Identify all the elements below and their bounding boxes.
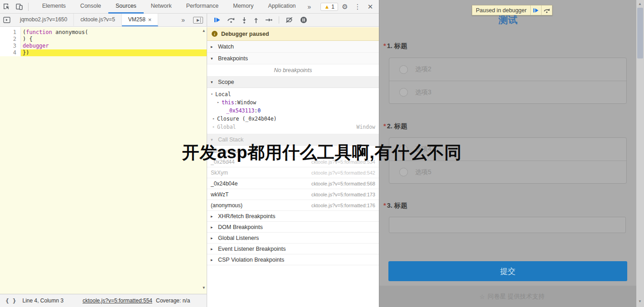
scope-row[interactable]: ▾Local: [207, 90, 379, 98]
file-tab-label: cktoole.js?v=5: [80, 16, 115, 23]
more-panels-chevron-icon[interactable]: »: [303, 3, 316, 10]
breakpoints-section-header[interactable]: ▾ Breakpoints: [207, 53, 379, 64]
text-answer-input[interactable]: [389, 217, 626, 233]
scope-colon: :: [254, 107, 257, 115]
frame-location: cktoole.js?v=5:formatted:176: [311, 203, 375, 208]
line-number[interactable]: 1: [0, 29, 21, 36]
devtools-statusbar: { } Line 4, Column 3 cktoole.js?v=5:form…: [0, 294, 207, 307]
code-line[interactable]: 2) {: [0, 36, 207, 43]
star-icon: ☆: [479, 293, 485, 300]
scope-prop-name: _0x543113: [226, 107, 254, 115]
radio-button[interactable]: [399, 65, 408, 74]
scope-row[interactable]: ▸Closure (_0x24b04e): [207, 115, 379, 123]
section-global-listeners[interactable]: ▸Global Listeners: [207, 233, 379, 244]
source-location-link[interactable]: cktoole.js?v=5:formatted:554: [82, 297, 152, 304]
line-number[interactable]: 2: [0, 36, 21, 43]
question-label: *1. 标题: [383, 42, 407, 50]
debugger-sidebar: i Debugger paused ▸ Watch ▾ Breakpoints …: [207, 27, 379, 307]
file-tab-label: VM258: [128, 16, 145, 23]
scope-row[interactable]: ▸this: Window: [207, 98, 379, 107]
inspect-element-icon[interactable]: [0, 1, 13, 13]
scope-label: Scope: [218, 79, 234, 85]
section-dom-breakpoints[interactable]: ▸DOM Breakpoints: [207, 222, 379, 233]
step-button[interactable]: [265, 17, 272, 23]
frame-location: cktoole.js?v=5:formatted:568: [311, 181, 375, 186]
debugger-paused-label: Debugger paused: [221, 31, 269, 37]
tab-console[interactable]: Console: [73, 0, 108, 14]
tab-network[interactable]: Network: [144, 0, 179, 14]
radio-button[interactable]: [399, 168, 408, 176]
section-event-listener-breakpoints[interactable]: ▸Event Listener Breakpoints: [207, 244, 379, 254]
deactivate-breakpoints-button[interactable]: [286, 17, 294, 23]
section-xhr-fetch-breakpoints[interactable]: ▸XHR/fetch Breakpoints: [207, 211, 379, 222]
close-tab-icon[interactable]: ×: [148, 16, 152, 23]
chevron-down-icon: ▾: [211, 90, 215, 98]
scope-row[interactable]: ▸GlobalWindow: [207, 123, 379, 131]
code-line[interactable]: 3debugger: [0, 43, 207, 49]
pause-on-exceptions-button[interactable]: [300, 16, 307, 24]
code-editor[interactable]: 1(function anonymous(2) {3debugger4}) ▲ …: [0, 27, 207, 294]
file-tab-label: jqmobo2.js?v=1650: [20, 16, 67, 23]
radio-button[interactable]: [399, 88, 408, 97]
execution-line[interactable]: 4}): [0, 49, 207, 56]
overlay-headline-text: 开发asp都用什么工具啊,有什么不同: [182, 141, 462, 164]
radio-option[interactable]: 选项2: [389, 58, 626, 81]
frame-function-name: _0x24b04e: [211, 180, 237, 187]
scroll-up-icon[interactable]: ▲: [638, 2, 642, 6]
call-stack-frame[interactable]: SkXymcktoole.js?v=5:formatted:542: [207, 167, 379, 178]
chevron-right-icon: ▸: [213, 123, 217, 131]
file-tab[interactable]: cktoole.js?v=5: [74, 14, 121, 26]
debugger-controls-toolbar: [207, 14, 379, 27]
debugger-paused-banner: i Debugger paused: [207, 27, 379, 41]
page-scrollbar[interactable]: ▲ ▼: [636, 0, 644, 307]
call-stack-frame[interactable]: wkWzTcktoole.js?v=5:formatted:173: [207, 189, 379, 200]
step-over-button[interactable]: [227, 17, 235, 23]
line-number[interactable]: 3: [0, 43, 21, 49]
kebab-menu-icon[interactable]: ⋮: [352, 1, 363, 13]
file-tab[interactable]: VM258×: [122, 14, 159, 26]
frame-location: cktoole.js?v=5:formatted:173: [311, 192, 375, 197]
chevron-right-icon: ▸: [211, 225, 215, 229]
toolbar-separator: [279, 16, 279, 24]
device-toolbar-icon[interactable]: [13, 1, 25, 13]
chevron-right-icon: ▸: [211, 44, 215, 49]
call-stack-frame[interactable]: _0x24b04ecktoole.js?v=5:formatted:568: [207, 178, 379, 189]
watch-section-header[interactable]: ▸ Watch: [207, 41, 379, 53]
tab-sources[interactable]: Sources: [108, 0, 144, 14]
settings-gear-icon[interactable]: ⚙: [339, 1, 351, 13]
scroll-down-icon[interactable]: ▼: [638, 299, 642, 303]
tab-application[interactable]: Application: [261, 0, 303, 14]
pretty-print-icon[interactable]: { }: [0, 297, 22, 304]
editor-scroll-up-icon[interactable]: ▲: [203, 29, 205, 33]
step-into-button[interactable]: [242, 17, 247, 24]
required-asterisk: *: [383, 122, 386, 130]
editor-file-tabbar: jqmobo2.js?v=1650cktoole.js?v=5VM258× » …: [0, 14, 207, 27]
question-label: *3. 标题: [383, 201, 407, 210]
open-file-tabs: jqmobo2.js?v=1650cktoole.js?v=5VM258×: [14, 14, 177, 26]
more-files-chevron-icon[interactable]: »: [177, 16, 189, 24]
tab-memory[interactable]: Memory: [226, 0, 261, 14]
submit-button[interactable]: 提交: [388, 261, 627, 281]
scope-row[interactable]: _0x543113: 0: [207, 107, 379, 115]
code-line[interactable]: 1(function anonymous(: [0, 29, 207, 36]
scrollbar-thumb[interactable]: [637, 8, 643, 58]
close-devtools-icon[interactable]: ✕: [364, 1, 376, 13]
frame-function-name: (anonymous): [211, 202, 242, 209]
call-stack-frame[interactable]: (anonymous)cktoole.js?v=5:formatted:176: [207, 200, 379, 211]
editor-scroll-down-icon[interactable]: ▼: [203, 286, 205, 290]
step-out-button[interactable]: [253, 17, 259, 24]
section-csp-violation-breakpoints[interactable]: ▸CSP Violation Breakpoints: [207, 254, 379, 265]
tab-performance[interactable]: Performance: [179, 0, 226, 14]
preview-panel-icon[interactable]: ▶: [193, 17, 203, 24]
issues-warning-badge[interactable]: ▲ 1: [320, 3, 338, 11]
show-navigator-icon[interactable]: [0, 14, 14, 26]
tab-elements[interactable]: Elements: [35, 0, 73, 14]
radio-option[interactable]: 选项3: [389, 81, 626, 103]
file-tab[interactable]: jqmobo2.js?v=1650: [14, 14, 74, 26]
scope-section-header[interactable]: ▾ Scope: [207, 77, 379, 88]
footer-text[interactable]: 问卷星 提供技术支持: [488, 292, 544, 301]
cursor-position-label: Line 4, Column 3: [22, 297, 63, 304]
line-number[interactable]: 4: [0, 49, 21, 56]
resume-script-button[interactable]: [213, 17, 221, 23]
scope-tree: ▾Local▸this: Window_0x543113: 0▸Closure …: [207, 88, 379, 134]
